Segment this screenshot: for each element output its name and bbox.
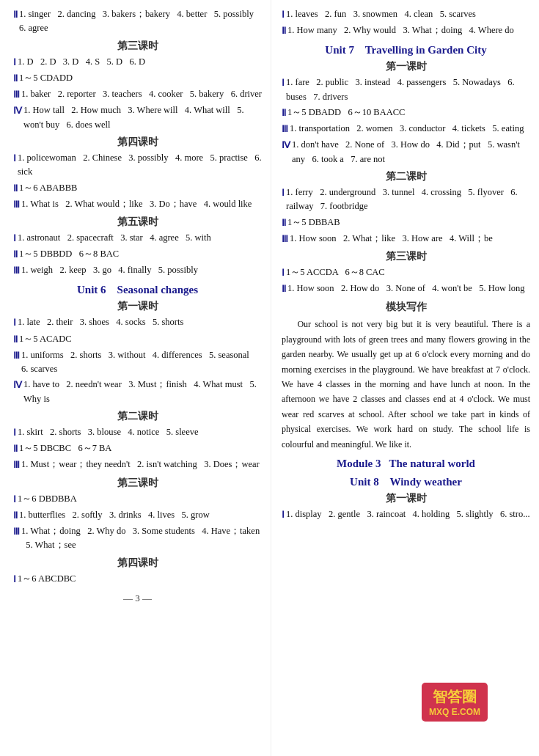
line-row: Ⅰ 1. skirt 2. shorts 3. blouse 4. notice… bbox=[13, 425, 262, 440]
roman-label: Ⅳ bbox=[13, 103, 22, 118]
line-text: 1. butterflies 2. softly 3. drinks 4. li… bbox=[19, 508, 262, 522]
line-row: Ⅲ 1. How soon 2. What；like 3. How are 4.… bbox=[282, 232, 530, 246]
line-text: 1. How many 2. Why would 3. What；doing 4… bbox=[287, 23, 530, 37]
line-text: 1. display 2. gentle 3. raincoat 4. hold… bbox=[286, 507, 530, 521]
line-row: Ⅲ 1. weigh 2. keep 3. go 4. finally 5. p… bbox=[13, 263, 262, 278]
left-column: Ⅱ 1. singer 2. dancing 3. bakers；bakery … bbox=[0, 0, 271, 756]
roman-label: Ⅱ bbox=[282, 216, 286, 230]
line-text: 1. How soon 2. What；like 3. How are 4. W… bbox=[290, 232, 530, 246]
line-row: Ⅱ 1～5 DBADD 6～10 BAACC bbox=[282, 106, 530, 120]
module3-header: Module 3 The natural world bbox=[282, 458, 530, 470]
line-text: 1. late 2. their 3. shoes 4. socks 5. sh… bbox=[18, 315, 262, 329]
line-text: 1. How soon 2. How do 3. None of 4. won'… bbox=[287, 282, 530, 296]
line-text: 1. D 2. D 3. D 4. S 5. D 6. D bbox=[18, 55, 262, 69]
roman-label: Ⅰ bbox=[282, 7, 285, 22]
lesson-header: 第二课时 bbox=[282, 170, 530, 183]
roman-label: Ⅳ bbox=[13, 378, 22, 392]
roman-label: Ⅰ bbox=[13, 151, 16, 166]
line-row: Ⅱ 1～5 DBBAB bbox=[282, 216, 530, 230]
roman-label: Ⅰ bbox=[13, 315, 16, 330]
roman-label: Ⅱ bbox=[13, 441, 18, 456]
line-text: 1. ferry 2. underground 3. tunnel 4. cro… bbox=[286, 186, 530, 214]
line-row: Ⅳ 1. How tall 2. How much 3. Where will … bbox=[13, 103, 262, 132]
line-text: 1～6 DBDBBA bbox=[18, 492, 262, 506]
line-text: 1. skirt 2. shorts 3. blouse 4. notice 5… bbox=[18, 425, 262, 439]
line-row: Ⅰ 1. leaves 2. fun 3. snowmen 4. clean 5… bbox=[282, 7, 530, 22]
watermark-line1: 智答圈 bbox=[429, 687, 480, 707]
unit6-header: Unit 6 Seasonal changes bbox=[13, 284, 262, 296]
line-text: 1. uniforms 2. shorts 3. without 4. diff… bbox=[21, 348, 262, 377]
roman-label: Ⅰ bbox=[282, 76, 285, 90]
roman-label: Ⅱ bbox=[13, 247, 18, 262]
line-row: Ⅱ 1～5 DBBDD 6～8 BAC bbox=[13, 247, 262, 262]
roman-label: Ⅱ bbox=[13, 332, 18, 347]
line-row: Ⅱ 1～5 ACADC bbox=[13, 332, 262, 347]
line-text: 1～5 DBBDD 6～8 BAC bbox=[19, 247, 262, 261]
line-text: 1～5 CDADD bbox=[19, 71, 262, 85]
roman-label: Ⅲ bbox=[13, 197, 20, 212]
lesson-header: 第三课时 bbox=[13, 477, 262, 490]
line-text: 1. Must；wear；they needn't 2. isn't watch… bbox=[21, 458, 262, 471]
lesson-header: 第一课时 bbox=[282, 492, 530, 505]
line-text: 1. transportation 2. women 3. conductor … bbox=[290, 122, 530, 136]
watermark-line2: MXQ E.COM bbox=[429, 707, 480, 717]
line-row: Ⅱ 1～6 ABABBB bbox=[13, 181, 262, 196]
line-text: 1. What is 2. What would；like 3. Do；have… bbox=[21, 197, 262, 211]
unit8-header: Unit 8 Windy weather bbox=[282, 476, 530, 488]
line-text: 1～5 DBCBC 6～7 BA bbox=[19, 441, 262, 455]
lesson-header: 第二课时 bbox=[13, 410, 262, 423]
roman-label: Ⅲ bbox=[282, 122, 288, 136]
line-text: 1. singer 2. dancing 3. bakers；bakery 4.… bbox=[19, 7, 262, 36]
roman-label: Ⅲ bbox=[13, 87, 20, 102]
line-row: Ⅱ 1. How soon 2. How do 3. None of 4. wo… bbox=[282, 282, 530, 296]
line-text: 1～6 ABCDBC bbox=[18, 572, 262, 586]
line-text: 1～5 ACCDA 6～8 CAC bbox=[286, 265, 530, 279]
line-row: Ⅰ 1. astronaut 2. spacecraft 3. star 4. … bbox=[13, 231, 262, 246]
lesson-header: 第五课时 bbox=[13, 216, 262, 229]
line-row: Ⅲ 1. transportation 2. women 3. conducto… bbox=[282, 122, 530, 136]
roman-label: Ⅱ bbox=[13, 508, 18, 523]
line-row: Ⅳ 1. have to 2. needn't wear 3. Must；fin… bbox=[13, 378, 262, 406]
line-row: Ⅲ 1. What is 2. What would；like 3. Do；ha… bbox=[13, 197, 262, 212]
line-text: 1. What；doing 2. Why do 3. Some students… bbox=[21, 524, 262, 553]
line-row: Ⅳ 1. don't have 2. None of 3. How do 4. … bbox=[282, 138, 530, 166]
line-row: Ⅱ 1. singer 2. dancing 3. bakers；bakery … bbox=[13, 7, 262, 36]
roman-label: Ⅰ bbox=[13, 231, 16, 246]
line-text: 1. policewoman 2. Chinese 3. possibly 4.… bbox=[18, 151, 262, 180]
roman-label: Ⅰ bbox=[13, 492, 16, 507]
roman-label: Ⅲ bbox=[13, 524, 20, 539]
roman-label: Ⅲ bbox=[13, 458, 20, 472]
roman-label: Ⅱ bbox=[282, 23, 286, 38]
line-row: Ⅰ 1～6 DBDBBA bbox=[13, 492, 262, 507]
line-text: 1. astronaut 2. spacecraft 3. star 4. ag… bbox=[18, 231, 262, 245]
line-text: 1～6 ABABBB bbox=[19, 181, 262, 195]
line-text: 1～5 DBADD 6～10 BAACC bbox=[287, 106, 530, 120]
line-text: 1. baker 2. reporter 3. teachers 4. cook… bbox=[21, 87, 262, 101]
lesson-header: 第三课时 bbox=[282, 250, 530, 263]
roman-label: Ⅰ bbox=[282, 265, 285, 280]
lesson-header: 第三课时 bbox=[13, 40, 262, 53]
right-column: Ⅰ 1. leaves 2. fun 3. snowmen 4. clean 5… bbox=[271, 0, 539, 756]
roman-label: Ⅰ bbox=[13, 425, 16, 440]
line-row: Ⅲ 1. uniforms 2. shorts 3. without 4. di… bbox=[13, 348, 262, 377]
line-row: Ⅰ 1. policewoman 2. Chinese 3. possibly … bbox=[13, 151, 262, 180]
roman-label: Ⅱ bbox=[13, 71, 18, 86]
line-row: Ⅱ 1. How many 2. Why would 3. What；doing… bbox=[282, 23, 530, 38]
roman-label: Ⅲ bbox=[13, 348, 20, 363]
watermark: 智答圈 MXQ E.COM bbox=[422, 683, 539, 749]
roman-label: Ⅳ bbox=[282, 138, 290, 153]
line-row: Ⅱ 1～5 DBCBC 6～7 BA bbox=[13, 441, 262, 456]
line-text: 1. have to 2. needn't wear 3. Must；finis… bbox=[23, 378, 262, 406]
roman-label: Ⅱ bbox=[282, 106, 286, 120]
roman-label: Ⅱ bbox=[13, 181, 18, 196]
line-text: 1. How tall 2. How much 3. Where will 4.… bbox=[23, 103, 262, 132]
line-row: Ⅱ 1～5 CDADD bbox=[13, 71, 262, 86]
roman-label: Ⅰ bbox=[282, 186, 285, 200]
roman-label: Ⅱ bbox=[13, 7, 18, 22]
essay-text: Our school is not very big but it is ver… bbox=[282, 317, 530, 452]
line-row: Ⅰ 1. display 2. gentle 3. raincoat 4. ho… bbox=[282, 507, 530, 522]
line-row: Ⅲ 1. What；doing 2. Why do 3. Some studen… bbox=[13, 524, 262, 553]
lesson-header: 第四课时 bbox=[13, 557, 262, 570]
line-text: 1～5 DBBAB bbox=[287, 216, 530, 230]
roman-label: Ⅱ bbox=[282, 282, 286, 296]
